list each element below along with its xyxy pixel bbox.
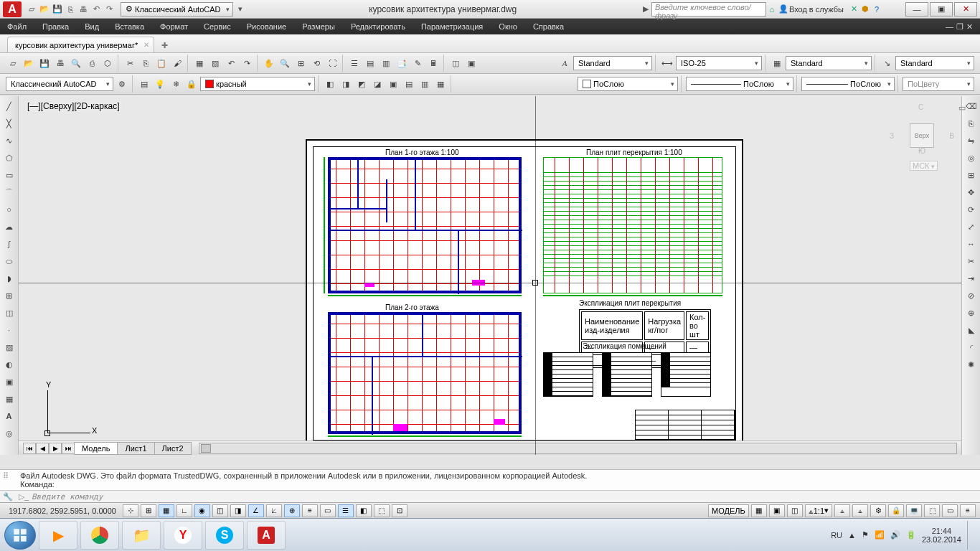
dimstyle-icon[interactable]: ⟷ <box>660 56 674 70</box>
layermgr-icon[interactable]: ▤ <box>137 77 151 91</box>
task-skype[interactable]: S <box>205 521 244 550</box>
tablestyle-icon[interactable]: ▦ <box>770 56 784 70</box>
command-window[interactable]: ⠿ Файл Autodesk DWG. Это файл формата Tr… <box>0 469 980 502</box>
sb-grid-icon[interactable]: ▦ <box>751 504 767 517</box>
ellipsearc-tool-icon[interactable]: ◗ <box>2 271 17 286</box>
arc-tool-icon[interactable]: ⌒ <box>2 185 17 199</box>
signin-icon[interactable]: 👤 <box>778 4 789 15</box>
sc-btn[interactable]: ◧ <box>356 504 372 517</box>
markup-icon[interactable]: ✎ <box>410 56 425 70</box>
match-icon[interactable]: 🖌 <box>170 56 184 70</box>
block2-icon[interactable]: ▨ <box>208 56 222 70</box>
menu-edit[interactable]: Правка <box>42 22 69 31</box>
ortho-btn[interactable]: ∟ <box>176 504 192 517</box>
sb-ws-icon[interactable]: ⚙ <box>870 504 886 517</box>
menu-insert[interactable]: Вставка <box>115 22 144 31</box>
tpy-btn[interactable]: ▭ <box>320 504 336 517</box>
polygon-tool-icon[interactable]: ⬠ <box>2 151 17 165</box>
tray-lang[interactable]: RU <box>831 531 842 540</box>
rectangle-tool-icon[interactable]: ▭ <box>2 168 17 182</box>
ws-settings-icon[interactable]: ⚙ <box>115 77 129 91</box>
break-tool-icon[interactable]: ⊘ <box>964 288 979 303</box>
sb-hw-icon[interactable]: 💻 <box>906 504 922 517</box>
menu-draw[interactable]: Рисование <box>247 22 286 31</box>
layer-lock-icon[interactable]: 🔒 <box>184 77 199 91</box>
array-tool-icon[interactable]: ⊞ <box>964 168 979 182</box>
layer-tool2-icon[interactable]: ◨ <box>339 77 353 91</box>
textstyle-combo[interactable]: Standard <box>573 56 652 70</box>
qp-btn[interactable]: ☰ <box>338 504 354 517</box>
ssm-icon[interactable]: 📑 <box>395 56 409 70</box>
tray-flag-icon[interactable]: ▲ <box>848 531 856 540</box>
task-autocad[interactable]: A <box>247 521 286 550</box>
offset-tool-icon[interactable]: ◎ <box>964 151 979 165</box>
menu-window[interactable]: Окно <box>499 22 517 31</box>
redo2-icon[interactable]: ↷ <box>240 56 254 70</box>
layer-tool7-icon[interactable]: ▥ <box>418 77 432 91</box>
model-tab[interactable]: Модель <box>74 442 118 455</box>
publish-icon[interactable]: ⎙ <box>85 56 99 70</box>
polar-btn[interactable]: ◉ <box>194 504 210 517</box>
sb-qvl-icon[interactable]: ◫ <box>787 504 803 517</box>
layer-tool6-icon[interactable]: ▤ <box>402 77 416 91</box>
annoscale-btn[interactable]: ⟁ 1:1 ▾ <box>805 504 832 517</box>
prop-icon[interactable]: ☰ <box>347 56 362 70</box>
ducs-btn[interactable]: ⟀ <box>266 504 282 517</box>
undo-icon[interactable]: ↶ <box>90 4 102 15</box>
command-input[interactable]: Введите команду <box>32 492 980 501</box>
task-explorer[interactable]: 📁 <box>122 521 161 550</box>
maximize-button[interactable]: ▣ <box>930 2 953 17</box>
viewcube-west[interactable]: З <box>890 132 894 140</box>
mdi-minimize-icon[interactable]: — <box>946 22 953 32</box>
color-combo[interactable]: ПоСлою <box>578 77 678 91</box>
layer-tool8-icon[interactable]: ▦ <box>433 77 448 91</box>
task-yandex[interactable]: Y <box>164 521 202 550</box>
osnap-btn[interactable]: ◫ <box>212 504 228 517</box>
zoom-win-icon[interactable]: ⊞ <box>293 56 308 70</box>
mirror-tool-icon[interactable]: ⇋ <box>964 133 979 148</box>
workspace-combo[interactable]: Классический AutoCAD <box>6 77 113 91</box>
redo-icon[interactable]: ↷ <box>103 4 115 15</box>
cut-icon[interactable]: ✂ <box>123 56 137 70</box>
lineweight-combo[interactable]: ПоСлою <box>801 77 895 91</box>
cmd-grip-icon[interactable]: ⠿ <box>3 471 9 481</box>
coordinates-readout[interactable]: 1917.6802, 2592.5951, 0.0000 <box>4 507 121 515</box>
region-tool-icon[interactable]: ▣ <box>2 375 17 389</box>
revcloud-tool-icon[interactable]: ☁ <box>2 220 17 234</box>
layer-combo[interactable]: красный <box>200 77 315 91</box>
viewcube-wcs[interactable]: МСК ▾ <box>910 161 938 171</box>
circle-tool-icon[interactable]: ○ <box>2 202 17 217</box>
open2-icon[interactable]: 📂 <box>22 56 36 70</box>
gradient-tool-icon[interactable]: ◐ <box>2 357 17 372</box>
menu-help[interactable]: Справка <box>533 22 564 31</box>
viewcube-north[interactable]: С <box>918 103 923 111</box>
exchange-icon[interactable]: ✕ <box>848 4 859 15</box>
cmd-handle-icon[interactable]: 🔧 <box>0 492 16 501</box>
saveas-icon[interactable]: ⎘ <box>65 4 76 15</box>
save2-icon[interactable]: 💾 <box>37 56 52 70</box>
plot-icon[interactable]: 🖶 <box>77 4 89 15</box>
print-icon[interactable]: 🖶 <box>53 56 67 70</box>
mdi-restore-icon[interactable]: ❐ <box>956 22 963 32</box>
tray-volume-icon[interactable]: 🔊 <box>890 530 900 540</box>
point-tool-icon[interactable]: · <box>2 323 17 337</box>
zoom-ext-icon[interactable]: ⛶ <box>325 56 339 70</box>
layout2-tab[interactable]: Лист2 <box>154 442 192 455</box>
tm-btn[interactable]: ⊡ <box>392 504 407 517</box>
hscrollbar[interactable] <box>199 443 957 454</box>
save-icon[interactable]: 💾 <box>52 4 63 15</box>
menu-dimension[interactable]: Размеры <box>302 22 335 31</box>
menu-parametric[interactable]: Параметризация <box>421 22 483 31</box>
sb-anno2-icon[interactable]: ⟁ <box>852 504 868 517</box>
textstyle-icon[interactable]: A <box>557 56 572 70</box>
line-tool-icon[interactable]: ╱ <box>2 99 17 113</box>
sb-iso-icon[interactable]: ⬚ <box>924 504 940 517</box>
view-cube[interactable]: С З В Ю Верх МСК ▾ ▭ <box>890 103 954 168</box>
layout-first-icon[interactable]: ⏮ <box>23 443 36 454</box>
scale-tool-icon[interactable]: ⤢ <box>964 220 979 234</box>
plotstyle-combo[interactable]: ПоЦвету <box>903 77 974 91</box>
dc-icon[interactable]: ▤ <box>363 56 377 70</box>
stretch-tool-icon[interactable]: ↔ <box>964 237 979 251</box>
undo2-icon[interactable]: ↶ <box>224 56 238 70</box>
grid-btn[interactable]: ▦ <box>159 504 174 517</box>
